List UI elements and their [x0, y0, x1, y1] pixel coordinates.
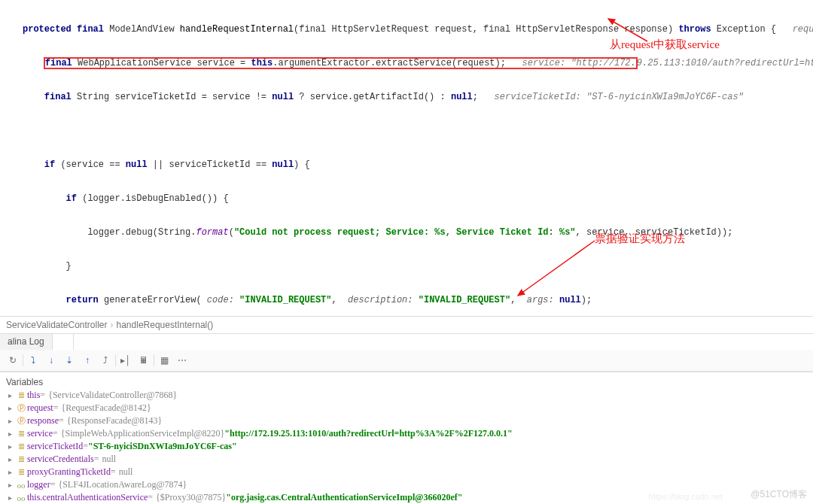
expand-icon[interactable]: ▸ [5, 391, 15, 399]
var-value: null [102, 454, 116, 465]
expand-icon[interactable]: ▸ [5, 468, 15, 476]
debug-tabs: alina Log [0, 333, 813, 350]
var-equals: = [111, 466, 116, 478]
var-value: {ResponseFacade@8143} [67, 415, 163, 427]
variable-row[interactable]: ▸oo logger = {SLF4JLocationAwareLog@7874… [0, 478, 813, 491]
force-step-into-icon[interactable]: ⇣ [61, 353, 78, 368]
var-equals: = [59, 415, 64, 427]
expand-icon[interactable]: ▸ [5, 481, 15, 489]
expand-icon[interactable]: ▸ [5, 455, 15, 463]
breadcrumb[interactable]: ServiceValidateController › handleReques… [0, 316, 813, 333]
watermark-csdn: https://blog.csdn.net [649, 492, 723, 501]
chevron-right-icon: › [111, 320, 114, 330]
var-equals: = [50, 479, 56, 490]
var-value: {ServiceValidateController@7868} [48, 390, 177, 401]
evaluate-icon[interactable]: 🖩 [136, 353, 152, 368]
expand-icon[interactable]: ▸ [5, 493, 15, 502]
var-name: serviceTicketId [27, 441, 83, 452]
variable-row[interactable]: ▸≣ this = {ServiceValidateController@786… [0, 389, 813, 402]
run-to-cursor-icon[interactable]: ▸│ [117, 353, 134, 368]
var-name: service [27, 428, 53, 439]
var-type-icon: oo [15, 493, 27, 502]
variables-header: Variables [0, 375, 813, 389]
breadcrumb-method[interactable]: handleRequestInternal() [117, 320, 214, 330]
var-string: "org.jasig.cas.CentralAuthenticationServ… [226, 492, 462, 503]
var-value: {SimpleWebApplicationServiceImpl@8220} [61, 428, 225, 439]
var-type-icon: ≣ [15, 390, 27, 400]
code-editor[interactable]: protected final ModelAndView handleReque… [0, 0, 813, 316]
tab-debugger[interactable] [53, 334, 74, 351]
variable-row[interactable]: ▸ⓟ response = {ResponseFacade@8143} [0, 414, 813, 427]
var-name: request [27, 402, 53, 414]
var-name: this.centralAuthenticationService [27, 492, 148, 503]
var-type-icon: ≣ [15, 429, 27, 439]
var-equals: = [148, 492, 153, 503]
var-equals: = [40, 390, 45, 401]
tab-catalina-log[interactable]: alina Log [0, 334, 53, 350]
debug-toolbar: ↻ ⤵ ↓ ⇣ ↑ ⤴ ▸│ 🖩 ▦ ⋯ [0, 350, 813, 372]
trace-icon[interactable]: ▦ [156, 353, 172, 368]
variable-row[interactable]: ▸ⓟ request = {RequestFacade@8142} [0, 402, 813, 414]
var-name: this [27, 390, 40, 401]
var-equals: = [83, 441, 88, 452]
watermark-51cto: @51CTO博客 [751, 488, 807, 501]
restore-layout-icon[interactable]: ↻ [5, 353, 21, 368]
var-equals: = [53, 428, 58, 439]
variable-row[interactable]: ▸≣ proxyGrantingTicketId = null [0, 466, 813, 478]
var-type-icon: oo [15, 481, 27, 490]
var-equals: = [53, 402, 59, 414]
step-into-icon[interactable]: ↓ [43, 353, 59, 368]
var-type-icon: ⓟ [15, 415, 27, 427]
var-name: logger [27, 479, 50, 490]
expand-icon[interactable]: ▸ [5, 404, 15, 412]
var-value: {RequestFacade@8142} [61, 402, 151, 414]
var-value: {$Proxy30@7875} [156, 492, 226, 503]
more-icon[interactable]: ⋯ [174, 353, 190, 368]
variable-row[interactable]: ▸≣ serviceTicketId = "ST-6-nyiciSDnXWIa9… [0, 440, 813, 453]
var-equals: = [94, 454, 99, 465]
expand-icon[interactable]: ▸ [5, 430, 15, 438]
breadcrumb-class[interactable]: ServiceValidateController [6, 320, 108, 330]
drop-frame-icon[interactable]: ⤴ [97, 353, 114, 368]
variable-row[interactable]: ▸≣ serviceCredentials = null [0, 453, 813, 466]
var-string: "ST-6-nyiciSDnXWIa9mJoYC6F-cas" [88, 441, 237, 452]
expand-icon[interactable]: ▸ [5, 417, 15, 425]
var-type-icon: ≣ [15, 467, 27, 477]
var-name: response [27, 415, 59, 427]
var-type-icon: ≣ [15, 454, 27, 464]
var-name: proxyGrantingTicketId [27, 466, 111, 478]
var-string: "http://172.19.25.113:1010/auth?redirect… [224, 428, 512, 439]
var-type-icon: ⓟ [15, 402, 27, 414]
variables-panel[interactable]: Variables ▸≣ this = {ServiceValidateCont… [0, 372, 813, 504]
var-value: null [119, 466, 133, 478]
step-over-icon[interactable]: ⤵ [25, 353, 41, 368]
var-name: serviceCredentials [27, 454, 94, 465]
var-value: {SLF4JLocationAwareLog@7874} [58, 479, 187, 490]
step-out-icon[interactable]: ↑ [79, 353, 96, 368]
var-type-icon: ≣ [15, 442, 27, 451]
variable-row[interactable]: ▸≣ service = {SimpleWebApplicationServic… [0, 427, 813, 440]
expand-icon[interactable]: ▸ [5, 442, 15, 451]
